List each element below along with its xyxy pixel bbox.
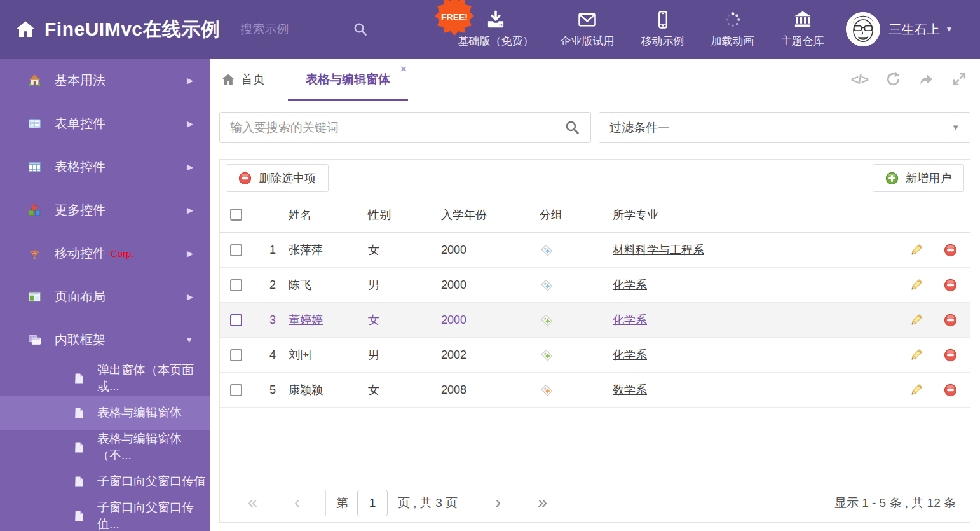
sidebar-item-page-layout[interactable]: 页面布局 ▶	[0, 275, 210, 318]
nav-item-loading-animation[interactable]: 加载动画	[711, 10, 754, 48]
bank-icon	[793, 10, 812, 29]
grid-panel: 删除选中项 新增用户 姓名 性别 入学年份 分组 所学专业 1 张萍萍 女 20…	[219, 159, 970, 523]
tag-icon	[540, 243, 554, 258]
major-link[interactable]: 数学系	[613, 383, 647, 396]
col-header-group[interactable]: 分组	[527, 207, 600, 223]
sidebar-item-more-controls[interactable]: 更多控件 ▶	[0, 188, 210, 231]
close-icon[interactable]: ×	[400, 64, 407, 74]
arrow-right-icon: ▶	[187, 292, 193, 301]
row-checkbox[interactable]	[230, 314, 242, 326]
sidebar-subitem-child-to-parent-2[interactable]: 子窗口向父窗口传值...	[0, 499, 210, 531]
col-header-major[interactable]: 所学专业	[600, 207, 901, 223]
cell-gender: 男	[355, 347, 428, 362]
nav-label: 加载动画	[711, 34, 754, 48]
code-icon[interactable]: </>	[851, 72, 868, 87]
sidebar-item-form-controls[interactable]: 表单控件 ▶	[0, 102, 210, 145]
table-row-selected[interactable]: 3 董婷婷 女 2000 化学系	[220, 303, 970, 338]
nav-label: 企业版试用	[561, 34, 615, 48]
last-page-button[interactable]: »	[538, 494, 547, 511]
edit-icon[interactable]	[909, 244, 923, 257]
col-header-name[interactable]: 姓名	[276, 207, 355, 223]
corp-badge: Corp.	[111, 248, 134, 259]
major-link[interactable]: 化学系	[613, 314, 647, 326]
sidebar-subitem-label: 弹出窗体（本页面或...	[97, 362, 210, 395]
header-search	[241, 22, 376, 37]
refresh-icon[interactable]	[885, 71, 901, 87]
sidebar-subitem-popup-window[interactable]: 弹出窗体（本页面或...	[0, 361, 210, 396]
page-suffix: 页 , 共 3 页	[398, 495, 458, 511]
sidebar-subitem-grid-edit-window-2[interactable]: 表格与编辑窗体（不...	[0, 430, 210, 464]
delete-icon[interactable]	[944, 314, 957, 327]
row-checkbox[interactable]	[230, 349, 242, 361]
sidebar-item-label: 基本用法	[55, 72, 105, 89]
sidebar-item-basic-usage[interactable]: 基本用法 ▶	[0, 59, 210, 102]
edit-icon[interactable]	[909, 279, 923, 292]
filter-dropdown[interactable]: 过滤条件一 ▼	[599, 112, 970, 143]
user-avatar[interactable]	[846, 12, 880, 46]
sidebar-item-mobile-controls[interactable]: 移动控件 Corp. ▶	[0, 231, 210, 275]
caret-down-icon: ▼	[946, 25, 953, 34]
tab-home-label: 首页	[241, 71, 265, 88]
sidebar-item-inline-frame[interactable]: 内联框架 ▼	[0, 318, 210, 361]
major-link[interactable]: 化学系	[613, 348, 647, 361]
tab-home[interactable]: 首页	[221, 71, 265, 88]
search-icon[interactable]	[564, 120, 580, 135]
table-row[interactable]: 1 张萍萍 女 2000 材料科学与工程系	[220, 233, 970, 268]
sidebar-subitem-label: 子窗口向父窗口传值	[97, 473, 206, 490]
keyword-search-input[interactable]	[230, 121, 564, 135]
row-checkbox[interactable]	[230, 384, 242, 396]
table-row[interactable]: 4 刘国 男 2002 化学系	[220, 338, 970, 373]
sidebar: 基本用法 ▶ 表单控件 ▶ 表格控件 ▶ 更多控件 ▶	[0, 59, 210, 531]
header-search-input[interactable]	[241, 22, 336, 36]
row-checkbox[interactable]	[230, 244, 242, 256]
delete-icon[interactable]	[944, 244, 957, 257]
spinner-icon	[723, 10, 742, 29]
page-input[interactable]	[357, 490, 388, 516]
tab-active-label: 表格与编辑窗体	[306, 71, 390, 88]
tab-grid-edit-window[interactable]: 表格与编辑窗体 ×	[288, 59, 408, 100]
first-page-button[interactable]: «	[248, 494, 257, 511]
add-user-button[interactable]: 新增用户	[873, 164, 964, 192]
col-header-gender[interactable]: 性别	[355, 207, 428, 223]
major-link[interactable]: 化学系	[613, 279, 647, 291]
row-checkbox[interactable]	[230, 279, 242, 291]
form-icon	[28, 117, 41, 130]
nav-item-enterprise-trial[interactable]: 企业版试用	[561, 10, 615, 48]
minus-circle-icon	[238, 172, 252, 185]
filter-value: 过滤条件一	[609, 120, 670, 136]
pagination-info: 显示 1 - 5 条 , 共 12 条	[834, 495, 956, 511]
select-all-checkbox[interactable]	[230, 209, 242, 221]
sidebar-subitem-child-to-parent[interactable]: 子窗口向父窗口传值	[0, 464, 210, 499]
prev-page-button[interactable]: ‹	[294, 494, 300, 511]
home-logo-icon[interactable]	[15, 19, 36, 39]
nav-item-mobile-demo[interactable]: 移动示例	[641, 10, 684, 48]
delete-selected-button[interactable]: 删除选中项	[226, 164, 329, 192]
user-menu[interactable]: 三生石上 ▼	[889, 21, 953, 38]
delete-icon[interactable]	[944, 348, 957, 362]
table-row[interactable]: 2 陈飞 男 2000 化学系	[220, 268, 970, 303]
sidebar-subitem-grid-edit-window[interactable]: 表格与编辑窗体	[0, 396, 210, 430]
search-icon[interactable]	[353, 22, 368, 37]
keyword-search-box[interactable]	[219, 112, 591, 143]
caret-down-icon: ▼	[951, 123, 960, 132]
major-link[interactable]: 材料科学与工程系	[613, 244, 704, 256]
expand-icon[interactable]	[951, 71, 967, 87]
delete-icon[interactable]	[944, 383, 957, 397]
sidebar-item-label: 页面布局	[55, 288, 105, 305]
table-row[interactable]: 5 康颖颖 女 2008 数学系	[220, 373, 970, 408]
edit-icon[interactable]	[909, 348, 923, 362]
tag-icon	[540, 348, 554, 362]
edit-icon[interactable]	[909, 383, 923, 397]
sidebar-item-label: 内联框架	[55, 331, 105, 348]
sidebar-item-grid-controls[interactable]: 表格控件 ▶	[0, 145, 210, 188]
file-icon	[73, 441, 85, 453]
next-page-button[interactable]: ›	[495, 494, 501, 511]
col-header-year[interactable]: 入学年份	[428, 207, 527, 223]
share-icon[interactable]	[918, 71, 934, 87]
edit-icon[interactable]	[909, 314, 923, 327]
delete-icon[interactable]	[944, 279, 957, 292]
nav-label: 主题仓库	[781, 34, 824, 48]
nav-item-theme-store[interactable]: 主题仓库	[781, 10, 824, 48]
cell-name: 陈飞	[276, 277, 355, 293]
cell-name: 刘国	[276, 347, 355, 362]
